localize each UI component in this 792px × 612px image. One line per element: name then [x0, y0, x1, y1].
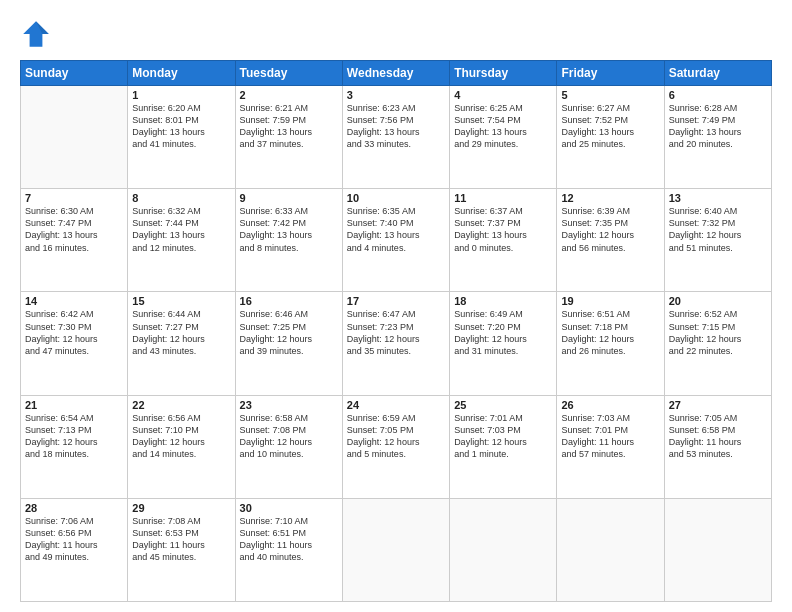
day-number: 16 [240, 295, 338, 307]
day-info: Sunrise: 7:08 AM Sunset: 6:53 PM Dayligh… [132, 515, 230, 564]
calendar-cell: 14Sunrise: 6:42 AM Sunset: 7:30 PM Dayli… [21, 292, 128, 395]
calendar-cell: 7Sunrise: 6:30 AM Sunset: 7:47 PM Daylig… [21, 189, 128, 292]
calendar-table: SundayMondayTuesdayWednesdayThursdayFrid… [20, 60, 772, 602]
day-number: 23 [240, 399, 338, 411]
calendar-cell: 6Sunrise: 6:28 AM Sunset: 7:49 PM Daylig… [664, 86, 771, 189]
calendar-cell: 19Sunrise: 6:51 AM Sunset: 7:18 PM Dayli… [557, 292, 664, 395]
weekday-wednesday: Wednesday [342, 61, 449, 86]
calendar-cell: 20Sunrise: 6:52 AM Sunset: 7:15 PM Dayli… [664, 292, 771, 395]
calendar-cell: 25Sunrise: 7:01 AM Sunset: 7:03 PM Dayli… [450, 395, 557, 498]
calendar-cell: 18Sunrise: 6:49 AM Sunset: 7:20 PM Dayli… [450, 292, 557, 395]
weekday-sunday: Sunday [21, 61, 128, 86]
day-number: 29 [132, 502, 230, 514]
day-number: 6 [669, 89, 767, 101]
day-number: 11 [454, 192, 552, 204]
calendar-cell [664, 498, 771, 601]
logo [20, 18, 56, 50]
day-info: Sunrise: 6:27 AM Sunset: 7:52 PM Dayligh… [561, 102, 659, 151]
weekday-tuesday: Tuesday [235, 61, 342, 86]
day-info: Sunrise: 7:03 AM Sunset: 7:01 PM Dayligh… [561, 412, 659, 461]
day-number: 25 [454, 399, 552, 411]
calendar-cell: 10Sunrise: 6:35 AM Sunset: 7:40 PM Dayli… [342, 189, 449, 292]
day-number: 4 [454, 89, 552, 101]
day-number: 14 [25, 295, 123, 307]
day-info: Sunrise: 7:06 AM Sunset: 6:56 PM Dayligh… [25, 515, 123, 564]
calendar-cell [450, 498, 557, 601]
day-number: 19 [561, 295, 659, 307]
calendar-cell: 15Sunrise: 6:44 AM Sunset: 7:27 PM Dayli… [128, 292, 235, 395]
weekday-thursday: Thursday [450, 61, 557, 86]
week-row-2: 14Sunrise: 6:42 AM Sunset: 7:30 PM Dayli… [21, 292, 772, 395]
day-info: Sunrise: 6:30 AM Sunset: 7:47 PM Dayligh… [25, 205, 123, 254]
day-number: 20 [669, 295, 767, 307]
day-info: Sunrise: 6:56 AM Sunset: 7:10 PM Dayligh… [132, 412, 230, 461]
calendar-cell [342, 498, 449, 601]
week-row-4: 28Sunrise: 7:06 AM Sunset: 6:56 PM Dayli… [21, 498, 772, 601]
week-row-3: 21Sunrise: 6:54 AM Sunset: 7:13 PM Dayli… [21, 395, 772, 498]
calendar-cell: 27Sunrise: 7:05 AM Sunset: 6:58 PM Dayli… [664, 395, 771, 498]
day-info: Sunrise: 6:37 AM Sunset: 7:37 PM Dayligh… [454, 205, 552, 254]
day-number: 10 [347, 192, 445, 204]
day-info: Sunrise: 6:54 AM Sunset: 7:13 PM Dayligh… [25, 412, 123, 461]
day-info: Sunrise: 6:28 AM Sunset: 7:49 PM Dayligh… [669, 102, 767, 151]
day-number: 22 [132, 399, 230, 411]
day-info: Sunrise: 6:47 AM Sunset: 7:23 PM Dayligh… [347, 308, 445, 357]
weekday-friday: Friday [557, 61, 664, 86]
day-number: 27 [669, 399, 767, 411]
weekday-monday: Monday [128, 61, 235, 86]
day-info: Sunrise: 6:59 AM Sunset: 7:05 PM Dayligh… [347, 412, 445, 461]
day-info: Sunrise: 6:51 AM Sunset: 7:18 PM Dayligh… [561, 308, 659, 357]
calendar-cell: 12Sunrise: 6:39 AM Sunset: 7:35 PM Dayli… [557, 189, 664, 292]
calendar-cell [21, 86, 128, 189]
calendar-cell: 11Sunrise: 6:37 AM Sunset: 7:37 PM Dayli… [450, 189, 557, 292]
calendar-cell: 22Sunrise: 6:56 AM Sunset: 7:10 PM Dayli… [128, 395, 235, 498]
calendar-cell: 21Sunrise: 6:54 AM Sunset: 7:13 PM Dayli… [21, 395, 128, 498]
calendar-cell: 2Sunrise: 6:21 AM Sunset: 7:59 PM Daylig… [235, 86, 342, 189]
day-info: Sunrise: 6:33 AM Sunset: 7:42 PM Dayligh… [240, 205, 338, 254]
day-number: 9 [240, 192, 338, 204]
day-info: Sunrise: 7:10 AM Sunset: 6:51 PM Dayligh… [240, 515, 338, 564]
day-info: Sunrise: 6:40 AM Sunset: 7:32 PM Dayligh… [669, 205, 767, 254]
day-number: 24 [347, 399, 445, 411]
day-number: 12 [561, 192, 659, 204]
calendar-cell: 26Sunrise: 7:03 AM Sunset: 7:01 PM Dayli… [557, 395, 664, 498]
day-info: Sunrise: 6:23 AM Sunset: 7:56 PM Dayligh… [347, 102, 445, 151]
day-number: 13 [669, 192, 767, 204]
day-number: 28 [25, 502, 123, 514]
calendar-cell: 9Sunrise: 6:33 AM Sunset: 7:42 PM Daylig… [235, 189, 342, 292]
week-row-1: 7Sunrise: 6:30 AM Sunset: 7:47 PM Daylig… [21, 189, 772, 292]
calendar-cell: 5Sunrise: 6:27 AM Sunset: 7:52 PM Daylig… [557, 86, 664, 189]
day-info: Sunrise: 6:35 AM Sunset: 7:40 PM Dayligh… [347, 205, 445, 254]
day-info: Sunrise: 7:05 AM Sunset: 6:58 PM Dayligh… [669, 412, 767, 461]
day-info: Sunrise: 6:20 AM Sunset: 8:01 PM Dayligh… [132, 102, 230, 151]
calendar-cell: 30Sunrise: 7:10 AM Sunset: 6:51 PM Dayli… [235, 498, 342, 601]
day-number: 30 [240, 502, 338, 514]
day-number: 15 [132, 295, 230, 307]
day-number: 26 [561, 399, 659, 411]
day-info: Sunrise: 6:25 AM Sunset: 7:54 PM Dayligh… [454, 102, 552, 151]
logo-icon [20, 18, 52, 50]
calendar-cell [557, 498, 664, 601]
weekday-saturday: Saturday [664, 61, 771, 86]
calendar-cell: 3Sunrise: 6:23 AM Sunset: 7:56 PM Daylig… [342, 86, 449, 189]
day-info: Sunrise: 6:46 AM Sunset: 7:25 PM Dayligh… [240, 308, 338, 357]
day-info: Sunrise: 6:49 AM Sunset: 7:20 PM Dayligh… [454, 308, 552, 357]
calendar-cell: 23Sunrise: 6:58 AM Sunset: 7:08 PM Dayli… [235, 395, 342, 498]
day-number: 5 [561, 89, 659, 101]
day-number: 8 [132, 192, 230, 204]
day-number: 17 [347, 295, 445, 307]
calendar-cell: 16Sunrise: 6:46 AM Sunset: 7:25 PM Dayli… [235, 292, 342, 395]
calendar-cell: 28Sunrise: 7:06 AM Sunset: 6:56 PM Dayli… [21, 498, 128, 601]
day-info: Sunrise: 6:58 AM Sunset: 7:08 PM Dayligh… [240, 412, 338, 461]
header [20, 18, 772, 50]
day-info: Sunrise: 6:42 AM Sunset: 7:30 PM Dayligh… [25, 308, 123, 357]
day-info: Sunrise: 6:44 AM Sunset: 7:27 PM Dayligh… [132, 308, 230, 357]
day-number: 2 [240, 89, 338, 101]
page: SundayMondayTuesdayWednesdayThursdayFrid… [0, 0, 792, 612]
day-info: Sunrise: 6:21 AM Sunset: 7:59 PM Dayligh… [240, 102, 338, 151]
day-number: 7 [25, 192, 123, 204]
calendar-cell: 24Sunrise: 6:59 AM Sunset: 7:05 PM Dayli… [342, 395, 449, 498]
calendar-cell: 13Sunrise: 6:40 AM Sunset: 7:32 PM Dayli… [664, 189, 771, 292]
day-info: Sunrise: 6:32 AM Sunset: 7:44 PM Dayligh… [132, 205, 230, 254]
day-number: 3 [347, 89, 445, 101]
